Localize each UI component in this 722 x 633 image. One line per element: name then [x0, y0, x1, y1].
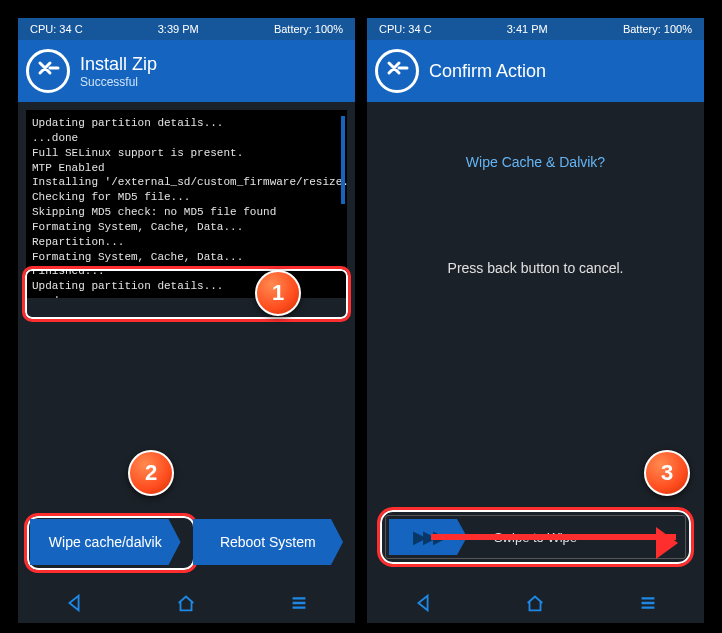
reboot-system-button[interactable]: Reboot System — [193, 519, 344, 565]
twrp-logo-icon — [26, 49, 70, 93]
home-icon[interactable] — [175, 592, 197, 614]
log-output[interactable]: Updating partition details... ...done Fu… — [26, 110, 347, 298]
navbar — [367, 583, 704, 623]
wipe-cache-button[interactable]: Wipe cache/dalvik — [30, 519, 181, 565]
back-icon[interactable] — [412, 592, 434, 614]
menu-icon[interactable] — [288, 592, 310, 614]
home-icon[interactable] — [524, 592, 546, 614]
confirm-hint: Press back button to cancel. — [375, 260, 696, 276]
phone-right: CPU: 34 C 3:41 PM Battery: 100% Confirm … — [367, 18, 704, 623]
statusbar: CPU: 34 C 3:41 PM Battery: 100% — [367, 18, 704, 40]
page-title: Install Zip — [80, 54, 157, 75]
page-subtitle: Successful — [80, 75, 157, 89]
status-time: 3:39 PM — [158, 23, 199, 35]
status-battery: Battery: 100% — [274, 23, 343, 35]
annotation-arrow — [431, 534, 676, 540]
status-time: 3:41 PM — [507, 23, 548, 35]
navbar — [18, 583, 355, 623]
twrp-logo-icon — [375, 49, 419, 93]
status-cpu: CPU: 34 C — [30, 23, 83, 35]
header: Install Zip Successful — [18, 40, 355, 102]
back-icon[interactable] — [63, 592, 85, 614]
page-title: Confirm Action — [429, 61, 546, 82]
confirm-question: Wipe Cache & Dalvik? — [375, 154, 696, 170]
statusbar: CPU: 34 C 3:39 PM Battery: 100% — [18, 18, 355, 40]
header: Confirm Action — [367, 40, 704, 102]
scrollbar[interactable] — [341, 116, 345, 204]
status-battery: Battery: 100% — [623, 23, 692, 35]
menu-icon[interactable] — [637, 592, 659, 614]
status-cpu: CPU: 34 C — [379, 23, 432, 35]
phone-left: CPU: 34 C 3:39 PM Battery: 100% Install … — [18, 18, 355, 623]
